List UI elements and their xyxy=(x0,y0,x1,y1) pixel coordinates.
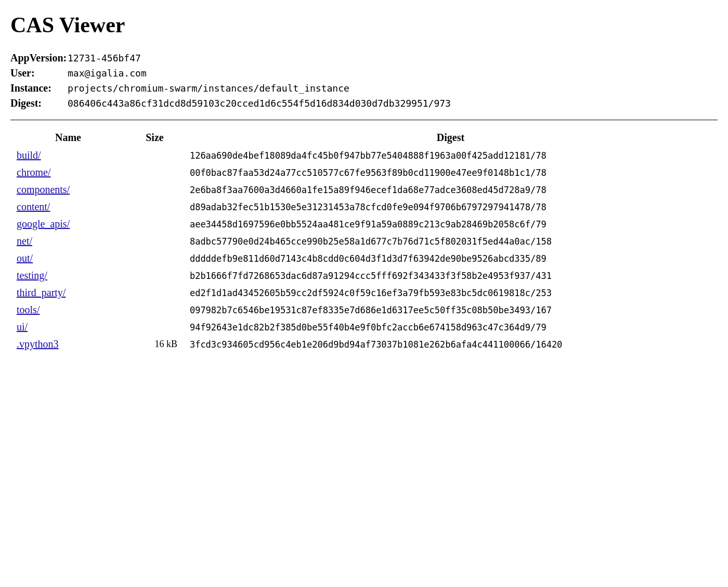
file-digest-cell: 126aa690de4bef18089da4fc45b0f947bb77e540… xyxy=(184,147,718,164)
digest-row: Digest: 086406c443a86cf31dcd8d59103c20cc… xyxy=(10,97,718,109)
file-size-cell: 16 kB xyxy=(126,336,184,353)
file-name-cell: net/ xyxy=(10,233,126,250)
file-size-cell xyxy=(126,198,184,215)
file-name-cell: ui/ xyxy=(10,318,126,336)
file-size-cell xyxy=(126,284,184,301)
user-label: User: xyxy=(10,67,68,79)
digest-value: 086406c443a86cf31dcd8d59103c20cced1d6c55… xyxy=(68,98,451,109)
table-row: content/d89adab32fec51b1530e5e31231453a7… xyxy=(10,198,718,215)
file-digest-cell: 097982b7c6546be19531c87ef8335e7d686e1d63… xyxy=(184,301,718,318)
instance-row: Instance: projects/chromium-swarm/instan… xyxy=(10,82,718,94)
table-body: build/126aa690de4bef18089da4fc45b0f947bb… xyxy=(10,147,718,353)
file-digest-cell: b2b1666f7fd7268653dac6d87a91294ccc5fff69… xyxy=(184,267,718,284)
file-name-cell: build/ xyxy=(10,147,126,164)
file-digest-cell: aee34458d1697596e0bb5524aa481ce9f91a59a0… xyxy=(184,215,718,233)
file-name-cell: third_party/ xyxy=(10,284,126,301)
instance-label: Instance: xyxy=(10,82,68,94)
table-row: tools/097982b7c6546be19531c87ef8335e7d68… xyxy=(10,301,718,318)
file-link[interactable]: chrome/ xyxy=(17,167,51,178)
divider xyxy=(10,120,718,120)
file-size-cell xyxy=(126,250,184,267)
file-digest-cell: 00f0bac87faa53d24a77cc510577c67fe9563f89… xyxy=(184,164,718,181)
file-link[interactable]: third_party/ xyxy=(17,287,66,298)
file-digest-cell: 2e6ba8f3aa7600a3d4660a1fe15a89f946ecef1d… xyxy=(184,181,718,198)
file-size-cell xyxy=(126,215,184,233)
file-size-cell xyxy=(126,233,184,250)
file-link[interactable]: build/ xyxy=(17,149,41,161)
file-link[interactable]: .vpython3 xyxy=(17,338,59,350)
file-name-cell: google_apis/ xyxy=(10,215,126,233)
file-name-cell: out/ xyxy=(10,250,126,267)
table-row: ui/94f92643e1dc82b2f385d0be55f40b4e9f0bf… xyxy=(10,318,718,336)
file-name-cell: tools/ xyxy=(10,301,126,318)
file-link[interactable]: tools/ xyxy=(17,304,40,315)
table-row: .vpython316 kB3fcd3c934605cd956c4eb1e206… xyxy=(10,336,718,353)
col-digest-header: Digest xyxy=(184,129,718,147)
file-size-cell xyxy=(126,147,184,164)
file-digest-cell: dddddefb9e811d60d7143c4b8cdd0c604d3f1d3d… xyxy=(184,250,718,267)
table-row: third_party/ed2f1d1ad43452605b59cc2df592… xyxy=(10,284,718,301)
table-row: chrome/00f0bac87faa53d24a77cc510577c67fe… xyxy=(10,164,718,181)
file-digest-cell: 94f92643e1dc82b2f385d0be55f40b4e9f0bfc2a… xyxy=(184,318,718,336)
file-size-cell xyxy=(126,181,184,198)
app-version-value: 12731-456bf47 xyxy=(68,53,141,63)
file-name-cell: testing/ xyxy=(10,267,126,284)
table-row: out/dddddefb9e811d60d7143c4b8cdd0c604d3f… xyxy=(10,250,718,267)
col-size-header: Size xyxy=(126,129,184,147)
file-size-cell xyxy=(126,267,184,284)
file-digest-cell: 8adbc57790e0d24b465cce990b25e58a1d677c7b… xyxy=(184,233,718,250)
col-name-header: Name xyxy=(10,129,126,147)
instance-value: projects/chromium-swarm/instances/defaul… xyxy=(68,83,349,94)
digest-label: Digest: xyxy=(10,97,68,109)
file-link[interactable]: testing/ xyxy=(17,270,47,281)
file-name-cell: content/ xyxy=(10,198,126,215)
table-row: build/126aa690de4bef18089da4fc45b0f947bb… xyxy=(10,147,718,164)
file-link[interactable]: google_apis/ xyxy=(17,218,70,229)
file-name-cell: chrome/ xyxy=(10,164,126,181)
files-table: Name Size Digest build/126aa690de4bef180… xyxy=(10,129,718,353)
file-link[interactable]: components/ xyxy=(17,184,70,195)
table-row: components/2e6ba8f3aa7600a3d4660a1fe15a8… xyxy=(10,181,718,198)
file-name-cell: .vpython3 xyxy=(10,336,126,353)
file-link[interactable]: content/ xyxy=(17,201,50,212)
page-title: CAS Viewer xyxy=(10,12,718,37)
file-size-cell xyxy=(126,301,184,318)
app-version-row: AppVersion: 12731-456bf47 xyxy=(10,52,718,64)
table-row: net/8adbc57790e0d24b465cce990b25e58a1d67… xyxy=(10,233,718,250)
file-size-cell xyxy=(126,318,184,336)
file-link[interactable]: net/ xyxy=(17,235,32,247)
file-link[interactable]: out/ xyxy=(17,252,33,264)
file-digest-cell: 3fcd3c934605cd956c4eb1e206d9bd94af73037b… xyxy=(184,336,718,353)
user-value: max@igalia.com xyxy=(68,68,147,79)
user-row: User: max@igalia.com xyxy=(10,67,718,79)
file-digest-cell: d89adab32fec51b1530e5e31231453a78cfcd0fe… xyxy=(184,198,718,215)
app-version-label: AppVersion: xyxy=(10,52,68,64)
table-row: google_apis/aee34458d1697596e0bb5524aa48… xyxy=(10,215,718,233)
table-row: testing/b2b1666f7fd7268653dac6d87a91294c… xyxy=(10,267,718,284)
file-digest-cell: ed2f1d1ad43452605b59cc2df5924c0f59c16ef3… xyxy=(184,284,718,301)
file-name-cell: components/ xyxy=(10,181,126,198)
meta-section: AppVersion: 12731-456bf47 User: max@igal… xyxy=(10,52,718,109)
file-link[interactable]: ui/ xyxy=(17,321,28,333)
table-header: Name Size Digest xyxy=(10,129,718,147)
file-size-cell xyxy=(126,164,184,181)
